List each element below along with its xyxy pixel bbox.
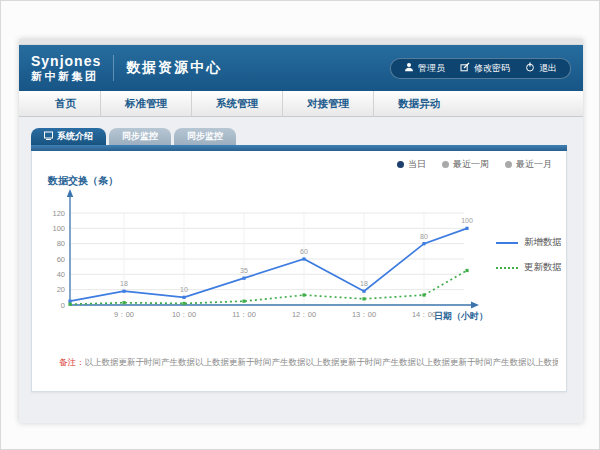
footnote: 备注：以上数据更新于时间产生数据以上数据更新于时间产生数据以上数据更新于时间产生… (59, 357, 558, 369)
radio-last-month-label: 最近一月 (516, 158, 552, 171)
svg-text:100: 100 (52, 224, 65, 233)
range-filter: 当日 最近一周 最近一月 (397, 158, 552, 171)
svg-text:11：00: 11：00 (232, 310, 256, 319)
x-axis-title: 日期（小时） (434, 311, 488, 321)
radio-last-week-label: 最近一周 (453, 158, 489, 171)
content-area: 系统介绍 同步监控 同步监控 当日 (19, 118, 583, 423)
blue-line-icon (496, 242, 518, 244)
data-exchange-line-chart: 日期（小时） 0204060801001209：0010：0011：0012：0… (42, 188, 512, 328)
nav-item-system[interactable]: 系统管理 (191, 91, 282, 116)
radio-today[interactable]: 当日 (397, 158, 426, 171)
svg-text:13：00: 13：00 (352, 310, 376, 319)
svg-text:12：00: 12：00 (292, 310, 316, 319)
legend-label: 更新数据 (524, 261, 562, 274)
tab-system-intro[interactable]: 系统介绍 (31, 128, 106, 145)
document-icon (44, 131, 53, 142)
tab-sync-monitor-1[interactable]: 同步监控 (109, 128, 171, 145)
nav-item-interface[interactable]: 对接管理 (282, 91, 373, 116)
logout-button[interactable]: 退出 (525, 62, 557, 75)
svg-text:80: 80 (57, 239, 65, 248)
svg-text:10: 10 (180, 286, 188, 293)
radio-dot-icon (397, 161, 404, 168)
change-password-button[interactable]: 修改密码 (460, 62, 510, 75)
svg-text:9：00: 9：00 (114, 310, 134, 319)
logout-label: 退出 (539, 62, 557, 75)
legend-item-updated-data: 更新数据 (496, 261, 562, 274)
user-menu: 管理员 修改密码 退出 (390, 58, 571, 79)
chart-panel: 当日 最近一周 最近一月 数据交换（条） 日期（小时） 020406080100… (31, 145, 567, 392)
logo-text-cn: 新中新集团 (31, 70, 101, 82)
user-menu-admin-label: 管理员 (418, 62, 445, 75)
tab-label: 同步监控 (187, 130, 223, 143)
svg-text:120: 120 (52, 209, 65, 218)
panel-accent-bar (31, 145, 567, 151)
svg-text:35: 35 (240, 267, 248, 274)
radio-last-week[interactable]: 最近一周 (442, 158, 489, 171)
screen-background: Synjones 新中新集团 数据资源中心 管理员 修改密码 (0, 0, 600, 450)
logo-text-en: Synjones (31, 54, 101, 69)
svg-text:60: 60 (57, 255, 65, 264)
svg-text:10：00: 10：00 (172, 310, 196, 319)
footnote-text: 以上数据更新于时间产生数据以上数据更新于时间产生数据以上数据更新于时间产生数据以… (85, 357, 559, 367)
tab-bar: 系统介绍 同步监控 同步监控 (31, 128, 239, 145)
page-title: 数据资源中心 (126, 59, 222, 77)
radio-today-label: 当日 (408, 158, 426, 171)
legend-item-new-data: 新增数据 (496, 236, 562, 249)
chart-legend: 新增数据 更新数据 (496, 236, 562, 274)
user-menu-admin[interactable]: 管理员 (404, 62, 445, 75)
legend-label: 新增数据 (524, 236, 562, 249)
svg-text:40: 40 (57, 270, 65, 279)
brand-logo: Synjones 新中新集团 (31, 54, 101, 81)
green-dotted-line-icon (496, 267, 518, 269)
footnote-prefix: 备注： (59, 357, 85, 367)
y-axis-title: 数据交换（条） (48, 174, 118, 188)
user-icon (404, 62, 414, 74)
tab-label: 系统介绍 (57, 130, 93, 143)
tab-sync-monitor-2[interactable]: 同步监控 (174, 128, 236, 145)
svg-text:18: 18 (120, 280, 128, 287)
nav-item-data-changes[interactable]: 数据异动 (373, 91, 464, 116)
svg-text:100: 100 (461, 217, 473, 224)
nav-item-home[interactable]: 首页 (31, 91, 100, 116)
svg-text:20: 20 (57, 285, 65, 294)
svg-text:60: 60 (300, 248, 308, 255)
svg-text:0: 0 (61, 301, 65, 310)
radio-dot-icon (505, 161, 512, 168)
main-nav: 首页 标准管理 系统管理 对接管理 数据异动 (19, 91, 583, 117)
radio-dot-icon (442, 161, 449, 168)
nav-item-standards[interactable]: 标准管理 (100, 91, 191, 116)
power-icon (525, 62, 535, 74)
tab-label: 同步监控 (122, 130, 158, 143)
app-window: Synjones 新中新集团 数据资源中心 管理员 修改密码 (19, 39, 583, 423)
edit-icon (460, 62, 470, 74)
change-password-label: 修改密码 (474, 62, 510, 75)
radio-last-month[interactable]: 最近一月 (505, 158, 552, 171)
svg-text:14：00: 14：00 (412, 310, 436, 319)
header-bar: Synjones 新中新集团 数据资源中心 管理员 修改密码 (19, 45, 583, 91)
svg-text:80: 80 (420, 233, 428, 240)
header-divider (113, 55, 114, 81)
svg-text:18: 18 (360, 280, 368, 287)
